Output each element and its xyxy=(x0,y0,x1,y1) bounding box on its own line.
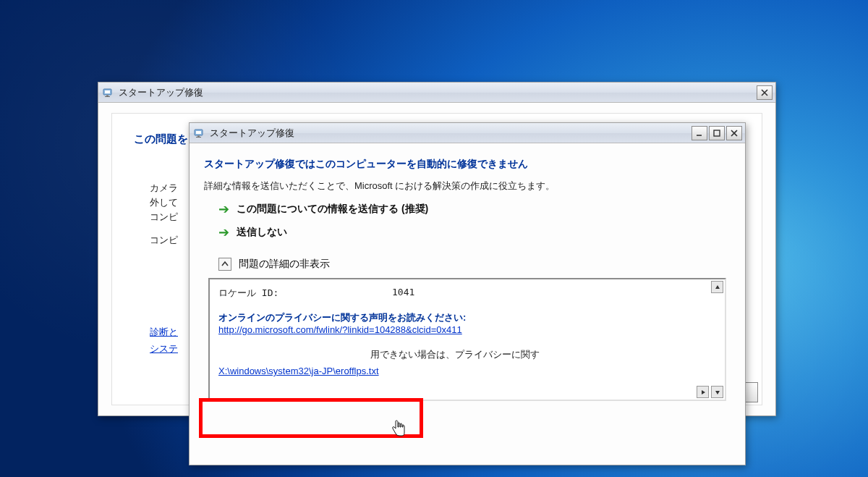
details-textbox[interactable]: ロケール ID: 1041 オンラインのプライバシーに関する声明をお読みください… xyxy=(208,278,726,401)
link-system[interactable]: システ xyxy=(150,340,178,357)
arrow-icon: ➔ xyxy=(218,201,229,217)
option-send-info[interactable]: ➔ この問題についての情報を送信する (推奨) xyxy=(218,201,731,217)
scroll-right-button[interactable] xyxy=(697,386,709,398)
body-frag-2: 外して xyxy=(150,195,178,211)
offline-text-fragment: 用できない場合は、プライバシーに関す xyxy=(370,347,716,363)
body-frag-1: カメラ xyxy=(150,180,178,196)
body-frag-3: コンピ xyxy=(150,209,178,225)
privacy-heading: オンラインのプライバシーに関する声明をお読みください: xyxy=(218,311,716,324)
svg-rect-1 xyxy=(105,90,110,93)
startup-repair-window-front: スタートアップ修復 スタートアップ修復ではこのコンピューターを自動的に修復できま… xyxy=(189,122,746,465)
title-back: スタートアップ修復 xyxy=(119,86,757,99)
minimize-button[interactable] xyxy=(692,126,707,140)
chevron-up-icon xyxy=(218,258,231,271)
option-dont-send[interactable]: ➔ 送信しない xyxy=(218,224,731,240)
svg-rect-8 xyxy=(714,130,720,136)
offline-file-link[interactable]: X:\windows\system32\ja-JP\erofflps.txt xyxy=(218,366,379,376)
body-frag-4: コンピ xyxy=(150,232,178,248)
svg-rect-6 xyxy=(197,135,200,137)
close-button-back[interactable] xyxy=(757,85,773,100)
svg-rect-2 xyxy=(106,95,109,96)
titlebar-back: スタートアップ修復 xyxy=(98,83,775,103)
repair-icon xyxy=(103,87,114,98)
heading-front: スタートアップ修復ではこのコンピューターを自動的に修復できません xyxy=(204,158,731,171)
locale-id-label: ロケール ID: xyxy=(218,287,392,300)
svg-rect-7 xyxy=(196,137,201,138)
svg-rect-3 xyxy=(105,96,110,97)
title-front: スタートアップ修復 xyxy=(210,127,692,140)
svg-rect-5 xyxy=(196,131,201,134)
subtext: 詳細な情報を送信いただくことで、Microsoft における解決策の作成に役立ち… xyxy=(204,178,731,194)
scroll-up-button[interactable] xyxy=(711,281,723,293)
maximize-button[interactable] xyxy=(709,126,725,140)
link-diagnostics[interactable]: 診断と xyxy=(150,324,178,340)
locale-id-value: 1041 xyxy=(392,287,414,300)
arrow-icon: ➔ xyxy=(218,224,229,240)
scroll-down-button[interactable] xyxy=(711,386,723,398)
expander-label: 問題の詳細の非表示 xyxy=(239,258,330,271)
privacy-link[interactable]: http://go.microsoft.com/fwlink/?linkid=1… xyxy=(218,324,462,335)
titlebar-front: スタートアップ修復 xyxy=(190,123,745,143)
details-expander[interactable]: 問題の詳細の非表示 xyxy=(218,258,731,271)
close-button[interactable] xyxy=(726,126,742,140)
repair-icon xyxy=(194,127,205,139)
